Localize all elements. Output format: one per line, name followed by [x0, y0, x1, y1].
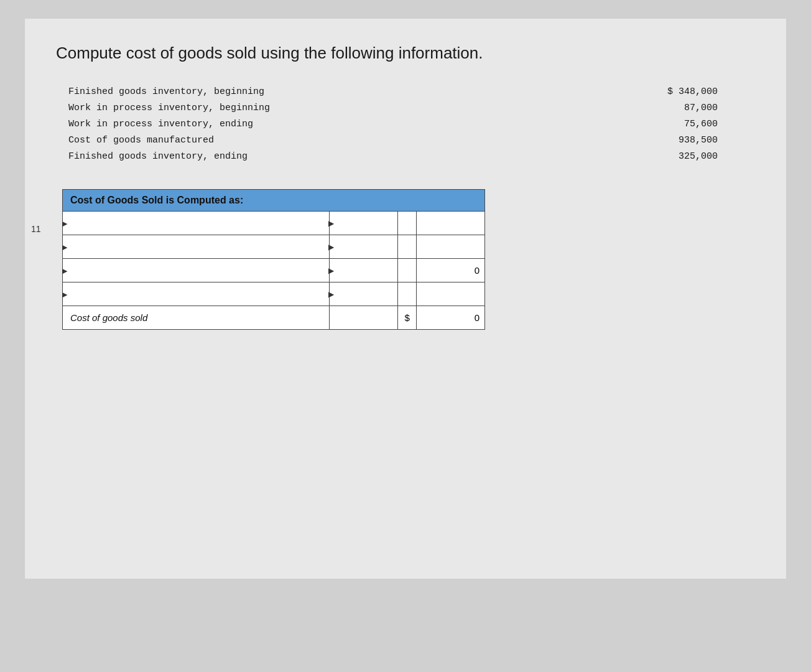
data-labels: Finished goods inventory, beginning Work…	[68, 85, 270, 164]
row4-value1[interactable]	[330, 282, 398, 306]
total-dollar: $	[398, 306, 417, 330]
value-item-1: $ 348,000	[667, 85, 718, 100]
table-row[interactable]	[63, 235, 485, 259]
label-item-2: Work in process inventory, beginning	[68, 101, 270, 116]
data-values: $ 348,000 87,000 75,600 938,500 325,000	[667, 85, 755, 164]
row4-value2[interactable]	[417, 282, 485, 306]
page-title: Compute cost of goods sold using the fol…	[56, 44, 755, 63]
value-item-2: 87,000	[684, 101, 718, 116]
row1-dollar	[398, 212, 417, 235]
table-row[interactable]: 0	[63, 259, 485, 282]
table-section: 11 Cost of Goods Sold is Computed as:	[62, 189, 755, 330]
table-row[interactable]	[63, 282, 485, 306]
total-row: Cost of goods sold $ 0	[63, 306, 485, 330]
table-header-row: Cost of Goods Sold is Computed as:	[63, 190, 485, 212]
row2-dollar	[398, 235, 417, 259]
page-container: Compute cost of goods sold using the fol…	[25, 19, 786, 579]
value-item-5: 325,000	[679, 149, 718, 164]
row1-label[interactable]	[63, 212, 330, 235]
cogs-table: Cost of Goods Sold is Computed as:	[62, 189, 485, 330]
label-item-3: Work in process inventory, ending	[68, 117, 270, 132]
row3-value1[interactable]	[330, 259, 398, 282]
table-row[interactable]	[63, 212, 485, 235]
side-number: 11	[31, 224, 41, 234]
row1-value2[interactable]	[417, 212, 485, 235]
value-item-3: 75,600	[684, 117, 718, 132]
label-item-4: Cost of goods manufactured	[68, 133, 270, 148]
row2-value2[interactable]	[417, 235, 485, 259]
table-header-title: Cost of Goods Sold is Computed as:	[63, 190, 485, 212]
total-value2: 0	[417, 306, 485, 330]
row4-label[interactable]	[63, 282, 330, 306]
row1-value1[interactable]	[330, 212, 398, 235]
row2-value1[interactable]	[330, 235, 398, 259]
label-item-1: Finished goods inventory, beginning	[68, 85, 270, 100]
row3-value2[interactable]: 0	[417, 259, 485, 282]
total-label: Cost of goods sold	[63, 306, 330, 330]
row4-dollar	[398, 282, 417, 306]
total-value1	[330, 306, 398, 330]
row3-dollar	[398, 259, 417, 282]
row2-label[interactable]	[63, 235, 330, 259]
label-item-5: Finished goods inventory, ending	[68, 149, 270, 164]
given-data-section: Finished goods inventory, beginning Work…	[56, 85, 755, 164]
value-item-4: 938,500	[679, 133, 718, 148]
row3-label[interactable]	[63, 259, 330, 282]
